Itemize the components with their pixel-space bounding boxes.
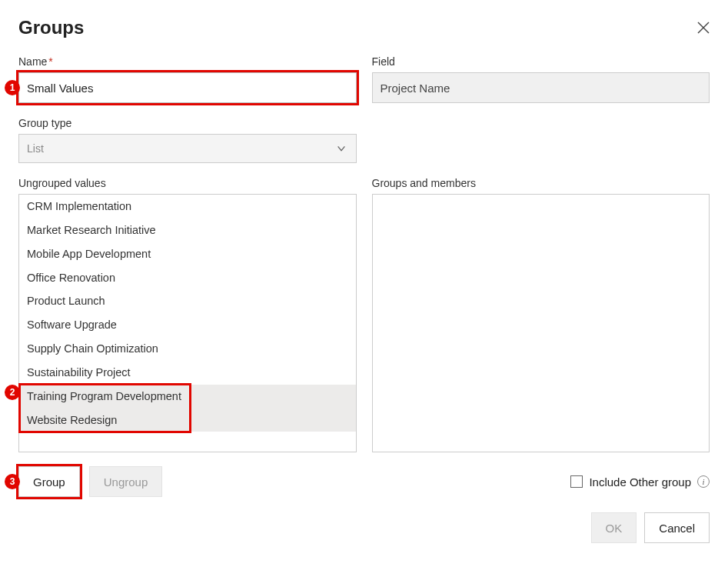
group-button[interactable]: Group (18, 466, 80, 497)
callout-1: 1 (5, 80, 20, 95)
grouptype-label: Group type (18, 117, 357, 129)
callout-3: 3 (5, 474, 20, 489)
list-item[interactable]: Market Research Initiative (19, 218, 356, 242)
list-item[interactable]: Office Renovation (19, 266, 356, 290)
members-listbox[interactable] (372, 194, 710, 452)
ok-button: OK (591, 512, 637, 543)
cancel-button[interactable]: Cancel (644, 512, 710, 543)
list-item[interactable]: CRM Implementation (19, 195, 356, 218)
field-label: Field (372, 55, 710, 68)
list-item[interactable]: Product Launch (19, 289, 356, 313)
list-item[interactable]: Software Upgrade (19, 313, 356, 337)
grouptype-value: List (27, 142, 44, 155)
field-input (372, 72, 710, 103)
name-input[interactable] (18, 72, 357, 103)
ungrouped-label: Ungrouped values (18, 177, 357, 189)
list-item[interactable]: Website Redesign (19, 409, 356, 432)
include-other-wrap[interactable]: Include Other group i (570, 475, 710, 489)
include-other-checkbox[interactable] (570, 475, 583, 488)
name-label: Name* (18, 55, 357, 68)
grouptype-select[interactable]: List (18, 134, 357, 163)
list-item[interactable]: Mobile App Development (19, 242, 356, 266)
include-other-label: Include Other group (589, 475, 691, 489)
ungroup-button: Ungroup (89, 466, 163, 497)
chevron-down-icon (334, 142, 348, 155)
dialog-title: Groups (18, 17, 84, 38)
ungrouped-listbox[interactable]: CRM ImplementationMarket Research Initia… (18, 194, 357, 452)
list-item[interactable]: Supply Chain Optimization (19, 337, 356, 361)
members-label: Groups and members (372, 177, 710, 189)
info-icon[interactable]: i (697, 475, 710, 488)
close-icon[interactable] (697, 22, 710, 34)
callout-2: 2 (5, 385, 20, 400)
list-item[interactable]: Training Program Development (19, 385, 356, 409)
list-item[interactable]: Sustainability Project (19, 361, 356, 385)
